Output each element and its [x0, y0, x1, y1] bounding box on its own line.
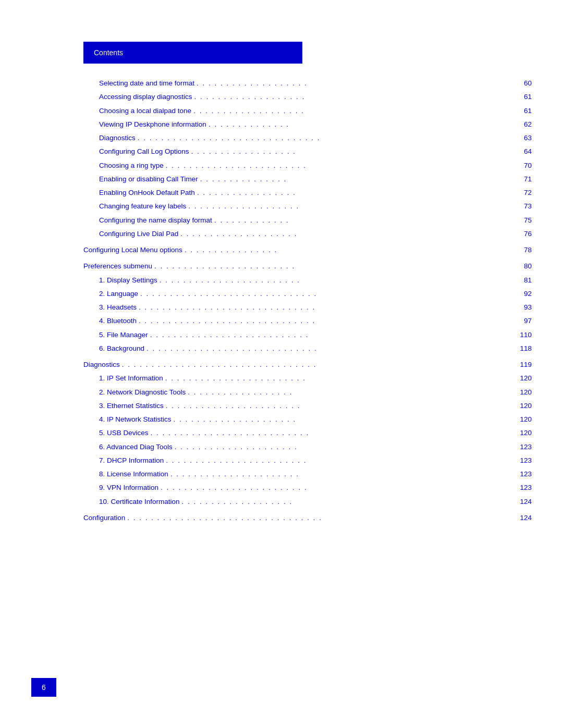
- toc-page-vpn-info: 123: [517, 483, 532, 493]
- toc-entry-viewing-ip[interactable]: Viewing IP Deskphone information. . . . …: [83, 119, 532, 130]
- toc-entry-ip-network-stats[interactable]: 4. IP Network Statistics. . . . . . . . …: [83, 414, 532, 425]
- toc-page-selecting-date: 60: [517, 78, 532, 89]
- toc-page-cert-info: 124: [517, 497, 532, 507]
- toc-link-bluetooth[interactable]: 4. Bluetooth: [99, 316, 137, 326]
- toc-dots-ethernet-stats: . . . . . . . . . . . . . . . . . . . . …: [166, 401, 515, 412]
- toc-page-accessing-display: 61: [517, 92, 532, 102]
- toc-page-license-info: 123: [517, 469, 532, 479]
- toc-entry-headsets[interactable]: 3. Headsets. . . . . . . . . . . . . . .…: [83, 302, 532, 313]
- toc-link-file-manager[interactable]: 5. File Manager: [99, 330, 148, 340]
- toc-entry-enabling-call-timer[interactable]: Enabling or disabling Call Timer. . . . …: [83, 174, 532, 185]
- toc-dots-cert-info: . . . . . . . . . . . . . . . . . . .: [182, 497, 515, 508]
- toc-page-preferences-submenu: 80: [517, 261, 532, 272]
- toc-entry-advanced-diag[interactable]: 6. Advanced Diag Tools. . . . . . . . . …: [83, 442, 532, 453]
- toc-entry-usb-devices[interactable]: 5. USB Devices. . . . . . . . . . . . . …: [83, 428, 532, 439]
- toc-dots-headsets: . . . . . . . . . . . . . . . . . . . . …: [139, 302, 515, 313]
- toc-dots-configuring-local: . . . . . . . . . . . . . . . .: [185, 245, 515, 256]
- toc-page-choosing-ring: 70: [517, 161, 532, 171]
- toc-entry-network-diag[interactable]: 2. Network Diagnostic Tools. . . . . . .…: [83, 387, 532, 398]
- toc-link-headsets[interactable]: 3. Headsets: [99, 302, 137, 313]
- toc-page-display-settings: 81: [517, 275, 532, 286]
- toc-link-enabling-call-timer[interactable]: Enabling or disabling Call Timer: [99, 174, 198, 184]
- toc-link-ip-network-stats[interactable]: 4. IP Network Statistics: [99, 414, 172, 425]
- toc-dots-selecting-date: . . . . . . . . . . . . . . . . . . .: [197, 78, 515, 89]
- toc-link-preferences-submenu[interactable]: Preferences submenu: [83, 261, 152, 272]
- toc-page-headsets: 93: [517, 302, 532, 313]
- toc-page-configuring-name: 75: [517, 215, 532, 226]
- toc-dots-ip-set-info: . . . . . . . . . . . . . . . . . . . . …: [165, 373, 515, 384]
- toc-entry-file-manager[interactable]: 5. File Manager. . . . . . . . . . . . .…: [83, 330, 532, 341]
- toc-page-configuring-local: 78: [517, 245, 532, 255]
- toc-link-configuring-local[interactable]: Configuring Local Menu options: [83, 245, 182, 255]
- toc-dots-diagnostics-2: . . . . . . . . . . . . . . . . . . . . …: [122, 360, 515, 371]
- toc-dots-bluetooth: . . . . . . . . . . . . . . . . . . . . …: [139, 316, 515, 327]
- toc-entry-display-settings[interactable]: 1. Display Settings. . . . . . . . . . .…: [83, 275, 532, 286]
- toc-entry-preferences-submenu[interactable]: Preferences submenu. . . . . . . . . . .…: [83, 261, 532, 272]
- toc-section: Selecting date and time format. . . . . …: [83, 78, 532, 524]
- toc-entry-changing-feature[interactable]: Changing feature key labels. . . . . . .…: [83, 201, 532, 212]
- toc-dots-background: . . . . . . . . . . . . . . . . . . . . …: [146, 343, 515, 354]
- toc-entry-cert-info[interactable]: 10. Certificate Information. . . . . . .…: [83, 497, 532, 508]
- toc-dots-ip-network-stats: . . . . . . . . . . . . . . . . . . . . …: [174, 414, 515, 425]
- toc-link-choosing-ring[interactable]: Choosing a ring type: [99, 161, 164, 171]
- toc-link-license-info[interactable]: 8. License Information: [99, 469, 168, 479]
- toc-link-configuring-live[interactable]: Configuring Live Dial Pad: [99, 229, 178, 239]
- toc-dots-changing-feature: . . . . . . . . . . . . . . . . . . .: [188, 201, 515, 212]
- toc-dots-accessing-display: . . . . . . . . . . . . . . . . . . .: [194, 92, 515, 103]
- toc-entry-diagnostics-1[interactable]: Diagnostics. . . . . . . . . . . . . . .…: [83, 133, 532, 144]
- toc-entry-ip-set-info[interactable]: 1. IP Set Information. . . . . . . . . .…: [83, 373, 532, 384]
- page-number: 6: [42, 683, 46, 692]
- toc-link-background[interactable]: 6. Background: [99, 343, 144, 354]
- toc-entry-configuring-name[interactable]: Configuring the name display format. . .…: [83, 215, 532, 226]
- toc-page-configuring-call-log: 64: [517, 146, 532, 157]
- toc-dots-viewing-ip: . . . . . . . . . . . . . .: [209, 119, 515, 130]
- toc-link-selecting-date[interactable]: Selecting date and time format: [99, 78, 194, 89]
- toc-link-configuring-call-log[interactable]: Configuring Call Log Options: [99, 146, 189, 157]
- toc-link-vpn-info[interactable]: 9. VPN Information: [99, 483, 158, 493]
- toc-entry-dhcp-info[interactable]: 7. DHCP Information. . . . . . . . . . .…: [83, 455, 532, 466]
- toc-link-choosing-dialpad[interactable]: Choosing a local dialpad tone: [99, 106, 191, 116]
- toc-dots-configuring-call-log: . . . . . . . . . . . . . . . . . .: [191, 146, 515, 157]
- toc-link-diagnostics-1[interactable]: Diagnostics: [99, 133, 136, 143]
- toc-dots-file-manager: . . . . . . . . . . . . . . . . . . . . …: [150, 330, 515, 341]
- toc-page-enabling-onhook: 72: [517, 188, 532, 198]
- toc-entry-license-info[interactable]: 8. License Information. . . . . . . . . …: [83, 469, 532, 480]
- toc-entry-selecting-date[interactable]: Selecting date and time format. . . . . …: [83, 78, 532, 89]
- toc-entry-vpn-info[interactable]: 9. VPN Information. . . . . . . . . . . …: [83, 483, 532, 493]
- toc-link-configuring-name[interactable]: Configuring the name display format: [99, 215, 212, 226]
- toc-link-ethernet-stats[interactable]: 3. Ethernet Statistics: [99, 401, 164, 411]
- toc-link-viewing-ip[interactable]: Viewing IP Deskphone information: [99, 119, 206, 130]
- toc-link-accessing-display[interactable]: Accessing display diagnostics: [99, 92, 192, 102]
- toc-link-network-diag[interactable]: 2. Network Diagnostic Tools: [99, 387, 186, 398]
- toc-link-changing-feature[interactable]: Changing feature key labels: [99, 201, 186, 212]
- toc-entry-ethernet-stats[interactable]: 3. Ethernet Statistics. . . . . . . . . …: [83, 401, 532, 412]
- toc-page-background: 118: [517, 343, 532, 354]
- toc-page-viewing-ip: 62: [517, 119, 532, 130]
- toc-entry-background[interactable]: 6. Background. . . . . . . . . . . . . .…: [83, 343, 532, 354]
- toc-entry-diagnostics-2[interactable]: Diagnostics. . . . . . . . . . . . . . .…: [83, 360, 532, 371]
- toc-entry-choosing-dialpad[interactable]: Choosing a local dialpad tone. . . . . .…: [83, 106, 532, 117]
- toc-link-cert-info[interactable]: 10. Certificate Information: [99, 497, 180, 507]
- toc-link-enabling-onhook[interactable]: Enabling OnHook Default Path: [99, 188, 195, 198]
- toc-entry-language[interactable]: 2. Language. . . . . . . . . . . . . . .…: [83, 289, 532, 300]
- toc-entry-enabling-onhook[interactable]: Enabling OnHook Default Path. . . . . . …: [83, 188, 532, 199]
- toc-entry-accessing-display[interactable]: Accessing display diagnostics. . . . . .…: [83, 92, 532, 103]
- toc-link-diagnostics-2[interactable]: Diagnostics: [83, 360, 120, 370]
- contents-header: Contents: [83, 42, 302, 64]
- toc-link-dhcp-info[interactable]: 7. DHCP Information: [99, 455, 164, 466]
- toc-link-advanced-diag[interactable]: 6. Advanced Diag Tools: [99, 442, 173, 452]
- toc-entry-choosing-ring[interactable]: Choosing a ring type. . . . . . . . . . …: [83, 161, 532, 171]
- toc-link-ip-set-info[interactable]: 1. IP Set Information: [99, 373, 163, 384]
- toc-entry-configuration[interactable]: Configuration. . . . . . . . . . . . . .…: [83, 513, 532, 524]
- toc-dots-enabling-onhook: . . . . . . . . . . . . . . . . .: [197, 188, 515, 199]
- toc-entry-configuring-live[interactable]: Configuring Live Dial Pad. . . . . . . .…: [83, 229, 532, 240]
- toc-entry-bluetooth[interactable]: 4. Bluetooth. . . . . . . . . . . . . . …: [83, 316, 532, 327]
- toc-entry-configuring-local[interactable]: Configuring Local Menu options. . . . . …: [83, 245, 532, 256]
- toc-page-diagnostics-2: 119: [517, 360, 532, 370]
- toc-entry-configuring-call-log[interactable]: Configuring Call Log Options. . . . . . …: [83, 146, 532, 157]
- toc-link-configuration[interactable]: Configuration: [83, 513, 125, 523]
- toc-page-dhcp-info: 123: [517, 455, 532, 466]
- toc-link-display-settings[interactable]: 1. Display Settings: [99, 275, 157, 286]
- toc-link-language[interactable]: 2. Language: [99, 289, 138, 299]
- toc-link-usb-devices[interactable]: 5. USB Devices: [99, 428, 149, 438]
